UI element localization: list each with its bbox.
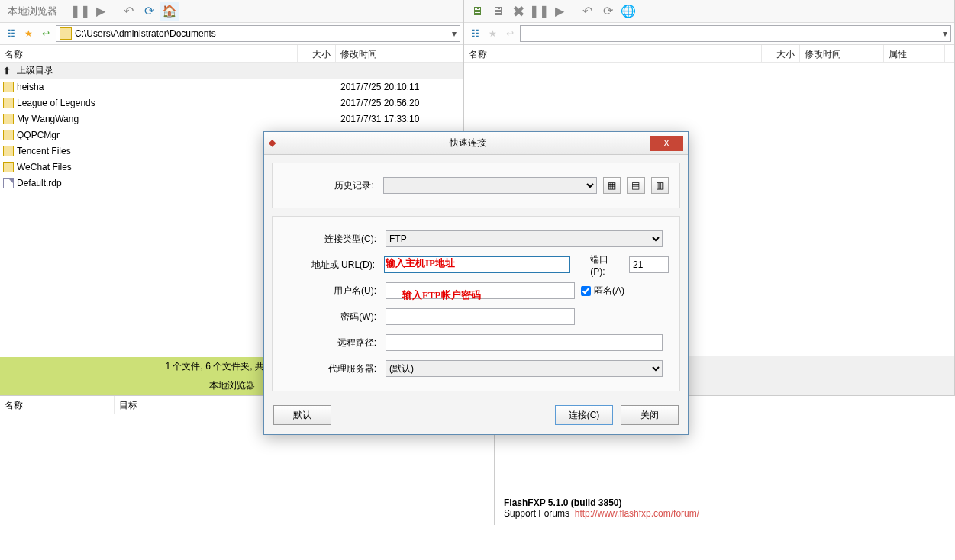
- local-path-input[interactable]: C:\Users\Administrator\Documents ▾: [56, 25, 460, 42]
- folder-icon: [3, 82, 14, 92]
- conn-type-label: 连接类型(C):: [283, 233, 379, 246]
- history-btn-3[interactable]: ▥: [651, 177, 669, 194]
- list-item[interactable]: My WangWang2017/7/31 17:33:10: [0, 111, 463, 127]
- username-label: 用户名(U):: [283, 285, 379, 298]
- anonymous-label: 匿名(A): [594, 285, 624, 298]
- list-item-up[interactable]: ⬆上级目录: [0, 63, 463, 79]
- favorite-remote-icon[interactable]: ★: [485, 26, 500, 41]
- anonymous-checkbox[interactable]: [581, 286, 591, 296]
- forum-label: Support Forums: [504, 508, 569, 519]
- back-icon[interactable]: ↶: [118, 2, 138, 21]
- path-dropdown-icon[interactable]: ▾: [452, 28, 457, 39]
- folder-icon: [3, 162, 14, 172]
- favorite-icon[interactable]: ★: [21, 26, 36, 41]
- username-input[interactable]: [386, 282, 575, 299]
- port-label: 端口(P):: [590, 253, 623, 277]
- forum-link[interactable]: http://www.flashfxp.com/forum/: [575, 508, 699, 519]
- globe-icon[interactable]: 🌐: [618, 2, 638, 21]
- go-up-icon[interactable]: ↩: [38, 26, 53, 41]
- history-label: 历史记录:: [283, 179, 377, 192]
- tree-icon[interactable]: ☷: [3, 26, 18, 41]
- up-arrow-icon: ⬆: [3, 66, 14, 76]
- file-icon: [3, 178, 14, 188]
- path-text: C:\Users\Administrator\Documents: [75, 28, 216, 39]
- home-icon[interactable]: 🏠: [160, 2, 179, 21]
- remote-list-header: 名称 大小 修改时间 属性: [464, 44, 954, 63]
- history-select[interactable]: [383, 177, 597, 194]
- folder-icon: [3, 98, 14, 108]
- go-up-remote-icon[interactable]: ↩: [502, 26, 518, 41]
- remote-path-label: 远程路径:: [283, 336, 379, 349]
- pause-icon[interactable]: ❚❚: [70, 2, 90, 21]
- folder-icon: [3, 146, 14, 156]
- default-button[interactable]: 默认: [273, 405, 331, 425]
- quick-connect-dialog: ◆ 快速连接 X 历史记录: ▦ ▤ ▥ 连接类型(C): FTP 地址或 UR…: [263, 131, 689, 435]
- folder-icon: [60, 27, 72, 40]
- remote-path-dropdown-icon[interactable]: ▾: [943, 28, 947, 39]
- col-size[interactable]: 大小: [298, 45, 336, 62]
- connect-button[interactable]: 连接(C): [555, 405, 613, 425]
- col-modified[interactable]: 修改时间: [336, 45, 463, 62]
- connect-icon[interactable]: 🖥: [467, 2, 487, 21]
- port-input[interactable]: [629, 256, 669, 273]
- list-item[interactable]: League of Legends2017/7/25 20:56:20: [0, 95, 463, 111]
- queue-col-name[interactable]: 名称: [0, 396, 115, 414]
- local-browser-label: 本地浏览器: [3, 5, 62, 18]
- col-modified-remote[interactable]: 修改时间: [800, 45, 884, 62]
- play-remote-icon[interactable]: ▶: [550, 2, 569, 21]
- history-btn-1[interactable]: ▦: [603, 177, 621, 194]
- password-input[interactable]: [386, 308, 575, 325]
- back-remote-icon[interactable]: ↶: [577, 2, 597, 21]
- refresh-remote-icon[interactable]: ⟳: [598, 2, 618, 21]
- abort-icon[interactable]: ✖: [508, 2, 528, 21]
- dialog-title: 快速连接: [286, 137, 650, 150]
- conn-type-select[interactable]: FTP: [386, 230, 663, 247]
- col-size-remote[interactable]: 大小: [762, 45, 800, 62]
- remote-path-input[interactable]: ▾: [520, 25, 951, 42]
- address-label: 地址或 URL(D):: [283, 259, 378, 272]
- address-input[interactable]: [384, 256, 570, 273]
- folder-icon: [3, 114, 14, 124]
- col-name-remote[interactable]: 名称: [464, 45, 762, 62]
- history-btn-2[interactable]: ▤: [627, 177, 644, 194]
- app-icon: ◆: [269, 137, 281, 150]
- local-list-header: 名称 大小 修改时间: [0, 44, 463, 63]
- close-dialog-button[interactable]: 关闭: [621, 405, 679, 425]
- folder-icon: [3, 130, 14, 140]
- disconnect-icon[interactable]: 🖥: [488, 2, 508, 21]
- pause-remote-icon[interactable]: ❚❚: [529, 2, 549, 21]
- tree-remote-icon[interactable]: ☷: [467, 26, 482, 41]
- proxy-label: 代理服务器:: [283, 362, 379, 375]
- version-text: FlashFXP 5.1.0 (build 3850): [504, 497, 622, 508]
- close-button[interactable]: X: [650, 136, 683, 151]
- play-icon[interactable]: ▶: [91, 2, 111, 21]
- remote-path-input[interactable]: [386, 334, 663, 351]
- col-name[interactable]: 名称: [0, 45, 298, 62]
- col-attr-remote[interactable]: 属性: [884, 45, 945, 62]
- refresh-icon[interactable]: ⟳: [139, 2, 159, 21]
- proxy-select[interactable]: (默认): [386, 360, 663, 377]
- list-item[interactable]: heisha2017/7/25 20:10:11: [0, 79, 463, 95]
- password-label: 密码(W):: [283, 311, 379, 323]
